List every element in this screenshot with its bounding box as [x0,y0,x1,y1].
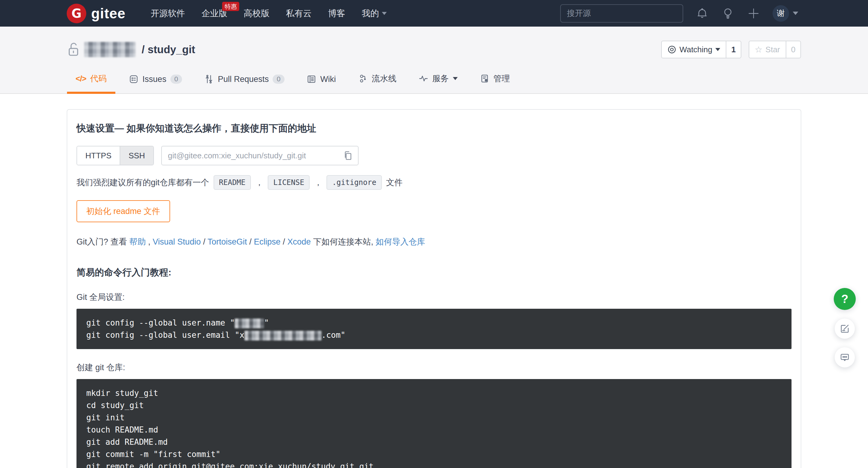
nav-item-label: 我的 [362,8,379,19]
tab-pull-requests[interactable]: Pull Requests 0 [195,71,293,93]
tab-pipeline[interactable]: 流水线 [349,70,405,93]
advice-line: 我们强烈建议所有的git仓库都有一个 README ， LICENSE ， .g… [76,175,792,190]
code-line: touch README.md [86,424,782,436]
readme-pill: README [214,175,251,190]
pulse-icon [418,74,428,83]
manage-icon [480,74,490,83]
visual-studio-link[interactable]: Visual Studio [153,237,201,246]
import-repo-link[interactable]: 如何导入仓库 [375,237,425,246]
separator: / [281,237,288,246]
intro-prefix: Git入门? 查看 [76,237,127,246]
repo-name: / study_git [142,43,195,56]
code-line: git init [86,411,782,424]
watch-button-group: Watching 1 [661,41,741,58]
nav-item-private-cloud[interactable]: 私有云 [286,0,311,27]
lightbulb-icon[interactable] [721,7,735,20]
repo-header-section: / study_git Watching 1 ☆ Star [0,27,868,94]
tab-label: 流水线 [372,73,397,84]
copy-icon[interactable] [343,151,353,161]
watch-count[interactable]: 1 [726,41,740,58]
plus-icon[interactable] [747,7,760,20]
separator: , [146,237,153,246]
tab-issues[interactable]: Issues 0 [120,71,191,93]
repo-title: / study_git [67,42,195,57]
tortoisegit-link[interactable]: TortoiseGit [208,237,247,246]
tab-label: Issues [143,75,166,84]
eye-icon [667,45,677,54]
logo-letter: G [71,6,82,21]
watch-button[interactable]: Watching [662,41,726,58]
quick-setup-heading: 快速设置— 如果你知道该怎么操作，直接使用下面的地址 [76,122,792,135]
avatar: 谢 [773,5,789,22]
tab-wiki[interactable]: Wiki [298,71,344,93]
init-readme-button[interactable]: 初始化 readme 文件 [76,200,170,222]
code-text: .com" [321,330,345,340]
pull-request-icon [204,74,214,84]
nav-item-label: 高校版 [244,8,269,19]
code-line: mkdir study_git [86,387,782,399]
advice-suffix: 文件 [386,177,403,188]
search-input[interactable] [560,4,683,23]
quick-setup-card: 快速设置— 如果你知道该怎么操作，直接使用下面的地址 HTTPS SSH 我们强… [67,109,801,468]
clone-url-input[interactable] [162,151,343,161]
navbar-left: G gitee 开源软件 企业版 特惠 高校版 私有云 博客 我的 [67,0,387,27]
tab-manage[interactable]: 管理 [471,70,519,93]
tab-code[interactable]: </> 代码 [67,70,115,93]
star-icon: ☆ [755,45,763,55]
nav-item-blog[interactable]: 博客 [328,0,345,27]
eclipse-link[interactable]: Eclipse [254,237,281,246]
https-button[interactable]: HTTPS [77,146,120,165]
redacted-username [84,42,135,57]
gitee-logo[interactable]: G gitee [67,4,125,23]
advice-prefix: 我们强烈建议所有的git仓库都有一个 [76,177,209,188]
nav-item-education[interactable]: 高校版 [244,0,269,27]
code-text: git config --global user.name " [86,318,235,327]
clone-url-field [161,146,359,165]
nav-item-mine[interactable]: 我的 [362,0,387,27]
code-line: git config --global user.email "x.com" [86,329,782,341]
global-config-code-block: git config --global user.name "" git con… [76,309,792,349]
star-button[interactable]: ☆ Star [749,41,786,58]
code-icon: </> [75,74,86,83]
user-menu[interactable]: 谢 [773,5,798,22]
pr-count-badge: 0 [273,75,284,84]
pipeline-icon [358,74,368,83]
nav-item-label: 私有云 [286,8,311,19]
tab-label: Wiki [320,75,336,84]
redacted-email [244,331,321,340]
bell-icon[interactable] [695,7,709,20]
global-config-label: Git 全局设置: [76,292,792,303]
ssh-button[interactable]: SSH [120,146,153,165]
tab-services[interactable]: 服务 [410,70,466,93]
tab-label: Pull Requests [218,75,269,84]
help-button[interactable]: ? [834,288,856,310]
feedback-button[interactable] [835,319,855,339]
chevron-down-icon [793,12,798,15]
nav-item-label: 博客 [328,8,345,19]
code-line: git commit -m "first commit" [86,448,782,460]
star-label: Star [766,45,780,55]
gitignore-pill: .gitignore [327,175,382,190]
nav-item-opensource[interactable]: 开源软件 [151,0,185,27]
tutorial-heading: 简易的命令行入门教程: [76,266,792,279]
nav-item-enterprise[interactable]: 企业版 特惠 [201,0,227,27]
floating-toolbar: ? [834,288,856,367]
code-line: git remote add origin git@gitee.com:xie_… [86,460,782,468]
tab-label: 管理 [494,73,510,84]
separator: / [247,237,254,246]
issues-count-badge: 0 [170,75,182,84]
top-navbar: G gitee 开源软件 企业版 特惠 高校版 私有云 博客 我的 [0,0,868,27]
xcode-link[interactable]: Xcode [287,237,311,246]
star-count[interactable]: 0 [786,41,800,58]
chevron-down-icon [715,48,720,51]
comma: ， [314,177,322,188]
intro-middle: 下如何连接本站, [313,237,373,246]
protocol-toggle: HTTPS SSH [76,146,154,165]
comment-button[interactable] [835,347,855,367]
tab-label: 代码 [90,73,107,84]
main-nav: 开源软件 企业版 特惠 高校版 私有云 博客 我的 [151,0,387,27]
help-link[interactable]: 帮助 [129,237,146,246]
repo-actions: Watching 1 ☆ Star 0 [661,41,801,58]
watch-label: Watching [680,45,712,55]
issues-icon [129,74,138,84]
